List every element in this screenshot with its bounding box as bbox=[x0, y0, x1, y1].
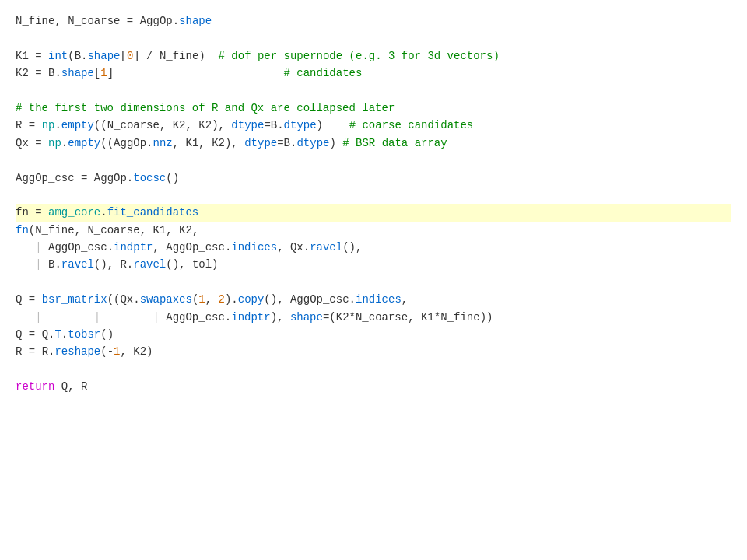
token-var: N_coarse bbox=[68, 15, 120, 27]
code-line: K1 = int(B.shape[0] / N_fine) # dof per … bbox=[16, 47, 731, 65]
token-default: , bbox=[173, 137, 186, 149]
line-content: R = np.empty((N_coarse, K2, K2), dtype=B… bbox=[16, 117, 473, 134]
code-line: K2 = B.shape[1] # candidates bbox=[16, 65, 731, 82]
token-default: ). bbox=[225, 293, 238, 306]
token-default: = bbox=[75, 172, 94, 184]
token-default: . bbox=[54, 67, 61, 79]
code-line: N_fine, N_coarse = AggOp.shape bbox=[16, 12, 731, 30]
code-line: fn = amg_core.fit_candidates bbox=[16, 204, 731, 221]
token-default: )) bbox=[480, 311, 493, 324]
token-attr: indices bbox=[356, 293, 402, 306]
token-var: K1 bbox=[421, 311, 434, 324]
token-default: , bbox=[153, 241, 166, 254]
token-default: =( bbox=[323, 311, 336, 324]
line-content: | AggOp_csc.indptr, AggOp_csc.indices, Q… bbox=[16, 239, 362, 256]
token-default: [ bbox=[94, 67, 100, 79]
line-content: | | | AggOp_csc.indptr), shape=(K2*N_coa… bbox=[16, 309, 493, 326]
token-func: fn bbox=[16, 224, 29, 236]
token-cont: | bbox=[16, 258, 48, 271]
token-func: fit_candidates bbox=[107, 206, 199, 219]
token-default: = bbox=[22, 345, 41, 358]
token-cont: | | | bbox=[16, 311, 166, 324]
token-default: = bbox=[29, 50, 48, 62]
token-special: amg_core bbox=[48, 206, 100, 219]
token-default: [ bbox=[120, 50, 126, 62]
token-default: . bbox=[54, 119, 61, 131]
token-default bbox=[54, 380, 61, 393]
line-content: | B.ravel(), R.ravel(), tol) bbox=[16, 256, 219, 273]
token-var: AggOp_csc bbox=[166, 241, 225, 254]
code-container: N_fine, N_coarse = AggOp.shape K1 = int(… bbox=[0, 0, 747, 560]
token-attr: indices bbox=[231, 241, 277, 254]
token-default: = bbox=[264, 119, 270, 131]
token-attr: shape bbox=[290, 311, 323, 324]
token-var: fn bbox=[16, 206, 29, 219]
token-var: R bbox=[42, 345, 48, 358]
code-line: # the first two dimensions of R and Qx a… bbox=[16, 100, 731, 117]
token-default: (( bbox=[100, 137, 114, 149]
token-default: ) bbox=[212, 258, 218, 271]
token-comment: # coarse candidates bbox=[349, 119, 474, 131]
token-var: N_fine bbox=[16, 15, 54, 27]
token-default: , bbox=[68, 380, 81, 393]
token-special: np bbox=[42, 119, 55, 131]
token-default: , bbox=[402, 293, 408, 306]
token-default: ) bbox=[317, 119, 349, 131]
token-func: copy bbox=[238, 293, 265, 306]
code-line: R = R.reshape(-1, K2) bbox=[16, 343, 731, 360]
token-default: . bbox=[133, 293, 139, 306]
token-var: Qx bbox=[120, 293, 133, 306]
code-line: Q = Q.T.tobsr() bbox=[16, 326, 731, 343]
token-default: = bbox=[29, 137, 48, 149]
token-cont: | bbox=[16, 241, 48, 254]
token-var: R bbox=[81, 380, 87, 393]
token-default: = bbox=[29, 206, 48, 219]
token-default: ( bbox=[68, 50, 74, 62]
token-default: * bbox=[434, 311, 440, 324]
token-default: = bbox=[277, 137, 283, 149]
line-content: fn(N_fine, N_coarse, K1, K2, bbox=[16, 222, 198, 239]
token-var: AggOp_csc bbox=[16, 172, 75, 184]
token-default: , bbox=[408, 311, 421, 324]
token-default: . bbox=[127, 258, 133, 271]
code-line: | B.ravel(), R.ravel(), tol) bbox=[16, 256, 731, 273]
token-func: ravel bbox=[133, 258, 166, 271]
token-default: ) bbox=[329, 137, 342, 149]
line-content: R = R.reshape(-1, K2) bbox=[16, 343, 153, 360]
code-block: N_fine, N_coarse = AggOp.shape K1 = int(… bbox=[16, 12, 731, 396]
code-line: fn(N_fine, N_coarse, K1, K2, bbox=[16, 222, 731, 239]
token-var: K2 bbox=[179, 224, 192, 236]
token-var: N_fine bbox=[440, 311, 479, 324]
token-comment: # candidates bbox=[284, 67, 363, 79]
code-line: AggOp_csc = AggOp.tocsc() bbox=[16, 170, 731, 187]
token-var: Qx bbox=[290, 241, 303, 254]
token-var: K2 bbox=[16, 67, 29, 79]
token-var: K2 bbox=[173, 119, 186, 131]
token-var: N_fine bbox=[35, 224, 74, 236]
token-func: ravel bbox=[61, 258, 94, 271]
token-default: , bbox=[120, 345, 133, 358]
token-var: Q bbox=[42, 328, 48, 341]
token-default: . bbox=[107, 241, 114, 254]
token-var: AggOp_csc bbox=[166, 311, 225, 324]
token-var: AggOp_csc bbox=[290, 293, 349, 306]
code-line bbox=[16, 30, 731, 47]
token-default: , bbox=[75, 224, 88, 236]
token-default: (), bbox=[264, 293, 290, 306]
token-attr: dtype bbox=[296, 137, 329, 149]
token-default: (), bbox=[94, 258, 121, 271]
token-var: K2 bbox=[336, 311, 349, 324]
token-default: (( bbox=[94, 119, 107, 131]
token-default: , bbox=[160, 119, 173, 131]
token-default: = bbox=[22, 119, 41, 131]
token-default: . bbox=[225, 311, 231, 324]
token-var: K1 bbox=[153, 224, 166, 236]
token-default: . bbox=[54, 258, 61, 271]
token-var: Q bbox=[61, 380, 68, 393]
token-default: . bbox=[173, 15, 179, 27]
token-default: . bbox=[303, 241, 310, 254]
code-line: | | | AggOp_csc.indptr), shape=(K2*N_coa… bbox=[16, 309, 731, 326]
token-func: ravel bbox=[310, 241, 342, 254]
token-var: K1 bbox=[186, 137, 199, 149]
token-default: () bbox=[166, 172, 179, 184]
